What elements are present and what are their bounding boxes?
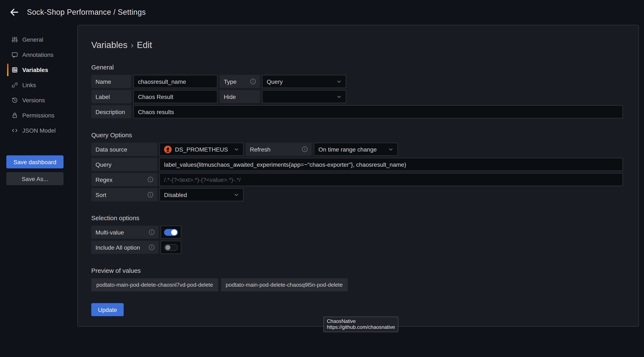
name-field-label: Name [91,75,131,88]
info-icon[interactable]: i [149,229,154,235]
label-input[interactable] [133,90,218,103]
lock-icon [11,112,18,119]
comment-icon [11,51,18,58]
multi-value-toggle[interactable] [161,226,181,239]
include-all-row: Include All option i [91,241,623,254]
regex-field-label: Regex i [91,173,157,186]
top-navbar: Sock-Shop Performance / Settings [0,0,644,25]
regex-input[interactable] [160,173,623,186]
info-icon[interactable]: i [148,177,153,182]
sidebar-item-versions[interactable]: Versions [0,93,78,108]
general-section-heading: General [91,64,623,71]
sidebar-item-permissions[interactable]: Permissions [0,108,78,123]
refresh-field-label: Refresh i [246,143,312,156]
tooltip-line2: https://github.com/chaosnative [327,324,395,330]
info-icon[interactable]: i [302,147,308,152]
sidebar-item-json-model[interactable]: JSON Model [0,123,78,138]
sort-row: Sort i Disabled [91,188,623,201]
info-icon[interactable]: i [148,192,153,197]
selection-options-heading: Selection options [91,214,623,222]
sort-select[interactable]: Disabled [160,188,244,201]
sidebar-item-general[interactable]: General [0,32,78,47]
sidebar-item-label: JSON Model [22,127,56,134]
sidebar-item-label: Versions [22,97,45,104]
query-row: Query [91,158,623,171]
preview-values: podtato-main-pod-delete-chaosnl7vd-pod-d… [91,278,623,291]
type-field-label: Type i [220,75,260,88]
query-options-heading: Query Options [91,131,623,139]
sort-field-label: Sort i [91,188,157,201]
toggle-knob [171,229,177,235]
sidebar-item-links[interactable]: Links [0,78,78,93]
query-input[interactable] [160,158,623,171]
sliders-icon [11,36,18,43]
sidebar-item-label: General [22,36,43,43]
refresh-select[interactable]: On time range change [314,143,398,156]
sidebar-item-label: Annotations [22,51,54,58]
breadcrumb-separator: › [128,41,137,50]
preview-heading: Preview of values [91,267,623,274]
datasource-tooltip: ChaosNative https://github.com/chaosnati… [324,316,398,332]
multi-value-field-label: Multi-value i [91,226,158,239]
regex-row: Regex i [91,173,623,186]
data-source-select[interactable]: DS_PROMETHEUS [160,143,244,156]
settings-sidebar: General Annotations Variables Links V [0,32,78,138]
active-item-indicator [7,64,8,76]
grafana-settings-page: Sock-Shop Performance / Settings General… [0,0,644,357]
calculator-icon [11,67,18,73]
chevron-down-icon [234,192,239,198]
preview-value-chip: podtato-main-pod-delete-chaosq9l5n-pod-d… [221,278,348,291]
back-arrow-icon[interactable] [9,7,19,17]
sidebar-item-label: Permissions [22,112,54,119]
description-input[interactable] [133,105,623,118]
breadcrumb: Variables›Edit [91,39,623,51]
sidebar-item-label: Links [22,82,36,88]
label-hide-row: Label Hide [91,90,623,103]
update-button[interactable]: Update [91,303,124,316]
sidebar-item-label: Variables [22,67,48,73]
include-all-field-label: Include All option i [91,241,158,254]
history-icon [11,97,18,104]
sidebar-item-variables[interactable]: Variables [0,62,78,78]
hide-select[interactable] [262,90,346,103]
link-icon [11,82,18,88]
multi-value-switch[interactable] [164,229,178,236]
chevron-down-icon [234,146,239,152]
include-all-toggle[interactable] [161,241,181,254]
page-title: Sock-Shop Performance / Settings [27,8,146,17]
label-field-label: Label [91,90,131,103]
name-type-row: Name Type i Query [91,75,623,88]
query-field-label: Query [91,158,157,171]
save-dashboard-button[interactable]: Save dashboard [6,155,64,168]
chevron-down-icon [388,146,394,152]
breadcrumb-section[interactable]: Variables [91,40,128,50]
hide-field-label: Hide [220,90,260,103]
code-brackets-icon [11,127,18,134]
data-source-field-label: Data source [91,143,157,156]
tooltip-line1: ChaosNative [327,318,395,324]
description-field-label: Description [91,105,131,118]
chevron-down-icon [336,94,342,100]
description-row: Description [91,105,623,118]
breadcrumb-page: Edit [137,40,152,50]
toggle-knob [165,245,170,250]
prometheus-icon [164,145,172,153]
include-all-switch[interactable] [164,244,178,251]
info-icon[interactable]: i [250,79,256,84]
preview-value-chip: podtato-main-pod-delete-chaosnl7vd-pod-d… [91,278,218,291]
datasource-refresh-row: Data source DS_PROMETHEUS Refresh i On t… [91,143,623,156]
name-input[interactable] [133,75,218,88]
variable-editor-panel: Variables›Edit General Name Type i Query… [78,25,639,327]
info-icon[interactable]: i [149,245,154,250]
multi-value-row: Multi-value i [91,226,623,239]
sidebar-item-annotations[interactable]: Annotations [0,47,78,62]
save-as-button[interactable]: Save As... [6,172,64,185]
chevron-down-icon [336,79,342,84]
type-select[interactable]: Query [262,75,346,88]
